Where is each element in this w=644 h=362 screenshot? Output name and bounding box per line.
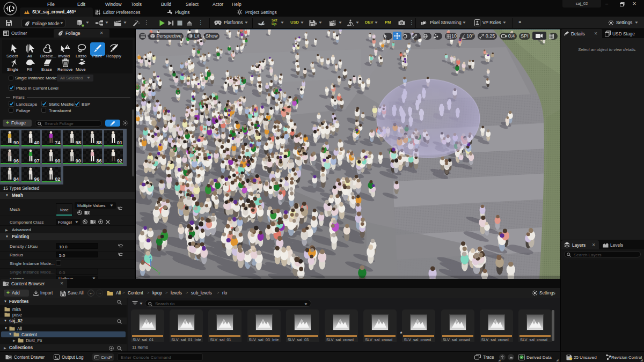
svg-text:x: x <box>142 258 144 262</box>
svg-text:z: z <box>149 255 151 258</box>
svg-text:y: y <box>158 271 160 275</box>
